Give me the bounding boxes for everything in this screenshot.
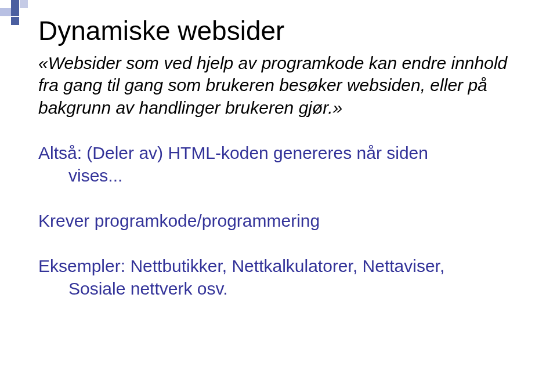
body-line-1b: vises... (38, 165, 519, 187)
definition-quote: «Websider som ved hjelp av programkode k… (38, 52, 519, 119)
examples-line: Eksempler: Nettbutikker, Nettkalkulatore… (38, 255, 519, 300)
examples-line-b: Sosiale nettverk osv. (38, 278, 519, 300)
body-line-1: Altså: (Deler av) HTML-koden genereres n… (38, 142, 519, 187)
slide-logo (0, 0, 30, 24)
slide-title: Dynamiske websider (38, 15, 519, 46)
examples-line-a: Eksempler: Nettbutikker, Nettkalkulatore… (38, 256, 444, 275)
body-line-1a: Altså: (Deler av) HTML-koden genereres n… (38, 143, 428, 162)
body-line-2: Krever programkode/programmering (38, 210, 519, 232)
slide-content: Dynamiske websider «Websider som ved hje… (0, 0, 557, 300)
